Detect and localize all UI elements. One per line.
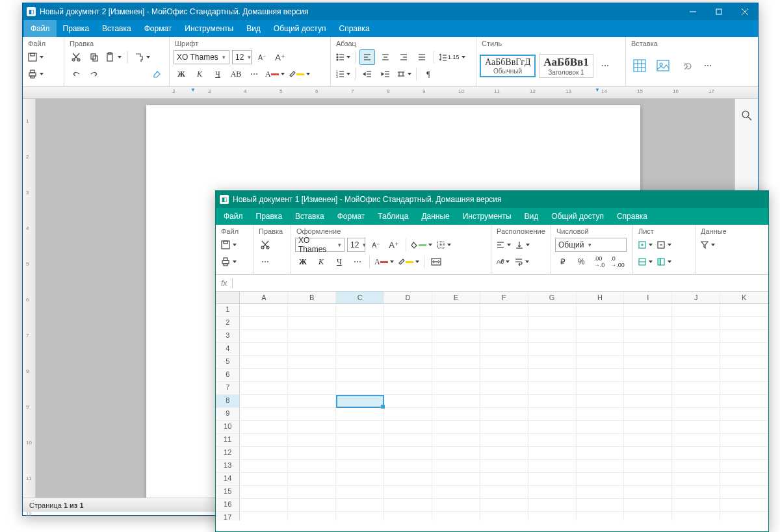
cell-B13[interactable] [288, 460, 336, 473]
line-spacing-button[interactable]: 1.15 [438, 49, 466, 65]
cell-C16[interactable] [336, 499, 384, 512]
maximize-button[interactable] [706, 3, 732, 20]
cell-J17[interactable] [672, 512, 720, 520]
insert-link-button[interactable] [677, 56, 696, 75]
cell-G15[interactable] [528, 486, 577, 499]
select-all-corner[interactable] [216, 292, 240, 303]
cell-F17[interactable] [480, 512, 528, 520]
row-header-11[interactable]: 11 [216, 434, 240, 447]
menu-table[interactable]: Таблица [371, 208, 415, 225]
menu-help[interactable]: Справка [610, 208, 654, 225]
cell-A11[interactable] [240, 434, 288, 447]
cell-J9[interactable] [672, 408, 720, 421]
cell-J11[interactable] [672, 434, 720, 447]
row-height-button[interactable] [637, 254, 653, 270]
column-header-E[interactable]: E [432, 292, 480, 303]
cell-D9[interactable] [384, 408, 432, 421]
cell-A7[interactable] [240, 382, 288, 395]
menu-file[interactable]: Файл [24, 20, 57, 37]
cell-H5[interactable] [577, 356, 625, 369]
close-button[interactable] [732, 3, 758, 20]
column-header-C[interactable]: C [336, 292, 384, 303]
cell-H1[interactable] [577, 304, 625, 317]
cell-J14[interactable] [672, 473, 720, 486]
cell-F12[interactable] [480, 447, 528, 460]
cell-B14[interactable] [288, 473, 336, 486]
menu-tools[interactable]: Инструменты [456, 208, 518, 225]
cell-A5[interactable] [240, 356, 288, 369]
cell-I13[interactable] [624, 460, 672, 473]
cell-D4[interactable] [384, 343, 432, 356]
column-header-K[interactable]: K [720, 292, 768, 303]
cell-F8[interactable] [480, 395, 528, 408]
cell-K16[interactable] [720, 499, 768, 512]
cell-D11[interactable] [384, 434, 432, 447]
cell-B9[interactable] [288, 408, 336, 421]
cell-E9[interactable] [432, 408, 480, 421]
cell-I17[interactable] [624, 512, 672, 520]
font-grow-button[interactable]: A⁺ [272, 49, 288, 65]
cell-E6[interactable] [432, 369, 480, 382]
cell-B15[interactable] [288, 486, 336, 499]
cell-A16[interactable] [240, 499, 288, 512]
cell-E12[interactable] [432, 447, 480, 460]
cell-J2[interactable] [672, 317, 720, 330]
align-justify-button[interactable] [414, 49, 430, 65]
cell-C5[interactable] [336, 356, 384, 369]
cell-B5[interactable] [288, 356, 336, 369]
column-header-F[interactable]: F [480, 292, 528, 303]
delete-cells-button[interactable] [656, 237, 672, 253]
cell-E13[interactable] [432, 460, 480, 473]
cell-G4[interactable] [528, 343, 577, 356]
cell-C6[interactable] [336, 369, 384, 382]
cell-H10[interactable] [577, 421, 625, 434]
tab-stops-button[interactable] [396, 66, 412, 82]
cell-E14[interactable] [432, 473, 480, 486]
cell-I15[interactable] [624, 486, 672, 499]
merge-cells-button[interactable] [428, 254, 444, 270]
cell-B6[interactable] [288, 369, 336, 382]
cell-A13[interactable] [240, 460, 288, 473]
align-left-button[interactable] [359, 49, 375, 65]
fill-color-button[interactable] [410, 237, 433, 253]
cell-D12[interactable] [384, 447, 432, 460]
cell-B10[interactable] [288, 421, 336, 434]
font-size-combo[interactable]: 12 [232, 50, 252, 64]
cell-B16[interactable] [288, 499, 336, 512]
cell-D16[interactable] [384, 499, 432, 512]
cell-G6[interactable] [528, 369, 577, 382]
borders-button[interactable] [436, 237, 452, 253]
cell-B7[interactable] [288, 382, 336, 395]
cell-H9[interactable] [577, 408, 625, 421]
cell-K14[interactable] [720, 473, 768, 486]
cell-A1[interactable] [240, 304, 288, 317]
cell-K15[interactable] [720, 486, 768, 499]
increase-decimal-button[interactable]: .0→.00 [610, 254, 625, 270]
column-header-I[interactable]: I [624, 292, 672, 303]
cell-H4[interactable] [577, 343, 625, 356]
font-shrink-button[interactable]: A⁻ [254, 49, 270, 65]
cell-I16[interactable] [624, 499, 672, 512]
cell-I7[interactable] [624, 382, 672, 395]
cell-D14[interactable] [384, 473, 432, 486]
text-rotate-button[interactable]: Aб [495, 254, 511, 270]
menu-file[interactable]: Файл [217, 208, 250, 225]
cell-F2[interactable] [480, 317, 528, 330]
cell-F6[interactable] [480, 369, 528, 382]
cell-B8[interactable] [288, 395, 336, 408]
cell-H2[interactable] [577, 317, 625, 330]
bold-button[interactable]: Ж [295, 254, 311, 270]
cell-A6[interactable] [240, 369, 288, 382]
cell-I11[interactable] [624, 434, 672, 447]
cell-F11[interactable] [480, 434, 528, 447]
cell-G8[interactable] [528, 395, 577, 408]
cell-G7[interactable] [528, 382, 577, 395]
cell-D1[interactable] [384, 304, 432, 317]
cell-H6[interactable] [577, 369, 625, 382]
number-format-combo[interactable]: Общий [555, 238, 627, 252]
freeze-panes-button[interactable] [656, 254, 672, 270]
insert-image-button[interactable] [653, 56, 673, 75]
column-header-G[interactable]: G [528, 292, 577, 303]
cell-F14[interactable] [480, 473, 528, 486]
cell-I9[interactable] [624, 408, 672, 421]
